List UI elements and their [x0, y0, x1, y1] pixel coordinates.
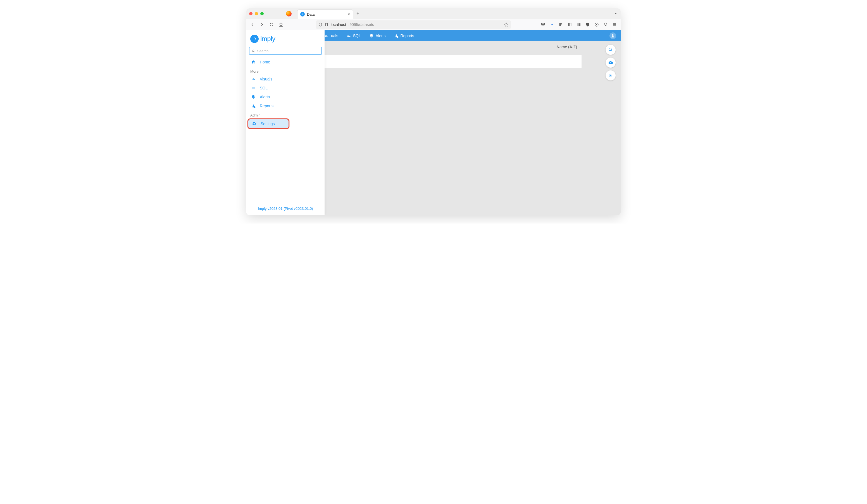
section-admin-label: Admin — [246, 110, 324, 118]
menu-icon[interactable] — [612, 22, 617, 27]
url-path: :9095/datasets — [348, 22, 374, 27]
library-icon[interactable] — [559, 22, 564, 27]
upload-action-button[interactable] — [606, 57, 616, 68]
tab-close-icon[interactable]: × — [347, 12, 350, 17]
traffic-lights — [249, 12, 264, 15]
nav-alerts[interactable]: Alerts — [246, 93, 324, 101]
alerts-icon — [251, 95, 256, 99]
home-icon — [251, 60, 256, 64]
nav-home[interactable]: Home — [246, 57, 324, 66]
sidebar: imply Home More Visuals — [246, 30, 324, 215]
sidebar-search[interactable] — [249, 47, 322, 55]
nav-sql-label: SQL — [260, 86, 268, 90]
sort-dropdown[interactable]: Name (A-Z) — [557, 45, 581, 49]
nav-alerts-label: Alerts — [260, 95, 270, 99]
svg-point-5 — [397, 36, 398, 38]
floating-actions — [606, 45, 616, 81]
nav-back-button[interactable] — [250, 22, 255, 27]
nav-visuals[interactable]: Visuals — [246, 75, 324, 84]
new-tab-button[interactable]: + — [356, 11, 360, 17]
window-minimize-button[interactable] — [255, 12, 258, 15]
brand-text: imply — [260, 35, 275, 43]
browser-window: Data × + localhos — [246, 8, 621, 215]
sidebar-version: Imply v2023.01 (Pivot v2023.01.0) — [246, 202, 324, 215]
downloads-icon[interactable] — [550, 22, 555, 27]
app-area: uals SQL Alerts Reports Na — [246, 30, 621, 215]
svg-point-7 — [609, 48, 611, 51]
svg-rect-2 — [395, 35, 396, 37]
tab-favicon — [300, 12, 305, 17]
shield-icon — [319, 23, 322, 26]
url-bar[interactable]: localhost:9095/datasets — [315, 20, 511, 29]
section-more-label: More — [246, 66, 324, 75]
extensions-icon[interactable] — [603, 22, 608, 27]
password-icon[interactable] — [595, 22, 599, 27]
nav-settings-label: Settings — [260, 121, 275, 126]
brand-logo[interactable]: imply — [246, 33, 324, 47]
topnav-user[interactable] — [609, 32, 616, 39]
nav-forward-button[interactable] — [259, 22, 265, 27]
open-external-button[interactable] — [606, 71, 616, 81]
settings-icon — [251, 121, 257, 126]
svg-point-12 — [254, 106, 255, 108]
nav-home-label: Home — [260, 60, 270, 64]
svg-point-8 — [252, 50, 254, 52]
window-close-button[interactable] — [249, 12, 253, 15]
titlebar: Data × + — [246, 8, 621, 19]
user-avatar-icon — [609, 32, 616, 39]
sql-icon — [251, 86, 256, 90]
search-action-button[interactable] — [606, 45, 616, 55]
search-icon — [251, 49, 255, 53]
barcode-icon[interactable] — [577, 22, 581, 27]
svg-point-1 — [596, 24, 597, 25]
nav-home-button[interactable] — [278, 22, 284, 27]
page-info-icon — [324, 23, 329, 26]
topnav-reports[interactable]: Reports — [394, 33, 414, 38]
svg-rect-10 — [253, 105, 254, 107]
nav-visuals-label: Visuals — [260, 77, 272, 81]
topnav-visuals[interactable]: uals — [324, 33, 338, 38]
nav-sql[interactable]: SQL — [246, 84, 324, 93]
brand-icon — [250, 35, 259, 43]
firefox-icon — [286, 11, 292, 17]
nav-reports-label: Reports — [260, 104, 274, 108]
ublock-icon[interactable] — [586, 22, 590, 27]
browser-tab[interactable]: Data × — [297, 10, 353, 19]
svg-rect-3 — [396, 34, 397, 37]
url-host: localhost — [331, 22, 346, 27]
toolbar-right — [541, 22, 617, 27]
reports-icon — [251, 104, 256, 108]
nav-reports[interactable]: Reports — [246, 101, 324, 110]
svg-point-6 — [612, 34, 613, 36]
topnav-sql[interactable]: SQL — [347, 33, 361, 38]
bookmark-star-icon[interactable] — [504, 22, 509, 27]
window-maximize-button[interactable] — [260, 12, 264, 15]
nav-settings[interactable]: Settings — [247, 118, 289, 129]
visuals-icon — [251, 77, 256, 81]
tabs-dropdown-icon[interactable] — [613, 11, 618, 16]
pocket-icon[interactable] — [541, 22, 546, 27]
svg-rect-9 — [251, 106, 253, 107]
browser-toolbar: localhost:9095/datasets — [246, 19, 621, 30]
topnav-alerts[interactable]: Alerts — [369, 33, 386, 38]
reader-icon[interactable] — [568, 22, 572, 27]
tab-title: Data — [307, 12, 345, 17]
sidebar-search-input[interactable] — [257, 49, 319, 53]
nav-reload-button[interactable] — [269, 22, 274, 27]
